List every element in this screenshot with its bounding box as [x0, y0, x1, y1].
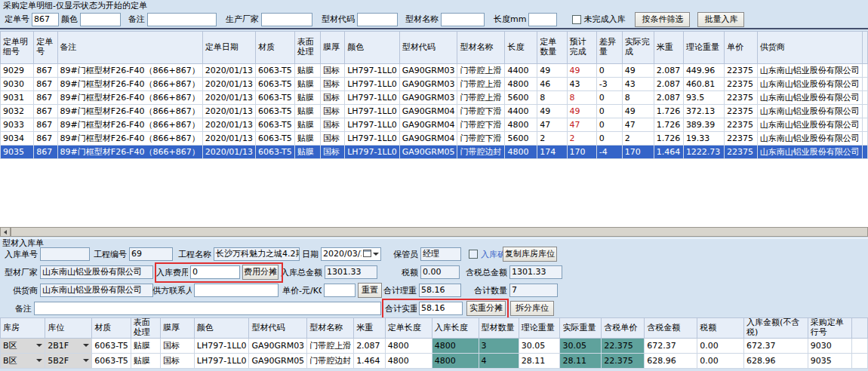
horizontal-scrollbar[interactable] [0, 227, 868, 237]
color-label: 颜色 [61, 14, 78, 25]
order-column-header[interactable]: 预计完成 [567, 32, 596, 64]
inbound-column-header[interactable]: 库位 [45, 318, 92, 339]
order-no-input[interactable] [32, 13, 59, 26]
inbound-column-header[interactable]: 定单长度 [385, 318, 432, 339]
project-name-field[interactable]: 长沙万科魅力之城4.2期 [214, 247, 300, 261]
receipt-no-field[interactable] [40, 247, 90, 261]
table-row[interactable]: 903486789#门框型材F26-F40（866+867）2020/01/13… [1, 132, 868, 146]
inbound-column-header[interactable]: 含税单价 [602, 318, 645, 339]
date-field[interactable]: 2020/03/31 [321, 247, 381, 261]
manufacturer-input[interactable] [261, 13, 312, 26]
inbound-column-header[interactable]: 入库长度 [432, 318, 479, 339]
remark-input[interactable] [147, 13, 217, 26]
order-column-header[interactable]: 定单日期 [202, 32, 255, 64]
table-row[interactable]: B区5B2F6063-T5贴膜国标LH797-1LL0GA90GRM05门带腔边… [1, 354, 868, 369]
table-row[interactable]: B区2B1F6063-T5贴膜国标LH797-1LL0GA90GRM03门带腔上… [1, 339, 868, 354]
inbound-column-header[interactable]: 库房 [1, 318, 45, 339]
fee-allocate-button[interactable]: 费用分摊 [242, 265, 279, 280]
table-row[interactable]: 903586789#门框型材F26-F40（866+867）2020/01/13… [1, 146, 868, 159]
inbound-column-header[interactable]: 颜色 [194, 318, 249, 339]
order-column-header[interactable]: 膜厚 [320, 32, 344, 64]
reset-button[interactable]: 重置 [358, 283, 382, 298]
filler-cell [862, 118, 867, 132]
inbound-fee-field[interactable]: 0 [190, 265, 240, 279]
profile-code-input[interactable] [357, 13, 398, 26]
length-input[interactable] [528, 13, 557, 26]
copy-warehouse-button[interactable]: 复制库房库位 [503, 247, 557, 262]
location-select[interactable]: 5B2F [45, 354, 92, 369]
cell: 2020/01/13 [202, 118, 255, 132]
tax-field[interactable]: 0.00 [420, 265, 460, 279]
order-detail-grid: 定单明细号定单号备注定单日期材质表面处理膜厚颜色型材代码型材名称长度定单数量预计… [0, 31, 868, 227]
inbound-column-header[interactable]: 含税金额 [645, 318, 697, 339]
inbound-column-header[interactable]: 型材名称 [307, 318, 354, 339]
inbound-column-header[interactable]: 膜厚 [161, 318, 195, 339]
order-column-header[interactable]: 供货商 [757, 32, 862, 64]
location-select[interactable]: 2B1F [45, 339, 92, 354]
order-column-header[interactable]: 型材名称 [457, 32, 505, 64]
inbound-column-header[interactable]: 理论重量 [519, 318, 560, 339]
inbound-column-header[interactable]: 米重 [354, 318, 386, 339]
inbound-column-header[interactable]: 入库金额(不含税) [743, 318, 808, 339]
batch-inbound-button[interactable]: 批量入库 [697, 12, 744, 27]
inbound-column-header[interactable]: 材质 [92, 318, 131, 339]
order-column-header[interactable]: 单价 [725, 32, 758, 64]
order-column-header[interactable]: 长度 [505, 32, 537, 64]
table-row[interactable]: 903386789#门框型材F26-F40（866+867）2020/01/13… [1, 118, 868, 132]
inbound-confirm-checkbox[interactable] [469, 250, 478, 259]
order-column-header[interactable]: 定单明细号 [1, 32, 34, 64]
warehouse-select[interactable]: B区 [1, 354, 45, 369]
remark-field[interactable] [34, 302, 381, 315]
total-actual-field[interactable]: 58.16 [419, 302, 463, 315]
table-row[interactable]: 902986789#门框型材F26-F40（866+867）2020/01/13… [1, 64, 868, 78]
chevron-down-icon[interactable] [373, 253, 379, 256]
supplier-contact-field[interactable] [194, 284, 279, 297]
inbound-column-header[interactable]: 型材数量 [479, 318, 519, 339]
cell: 0.00 [697, 354, 744, 369]
warehouse-select[interactable]: B区 [1, 339, 45, 354]
tax-total-field[interactable]: 1301.33 [509, 265, 562, 279]
profile-manufacturer-field[interactable]: 山东南山铝业股份有限公司 [40, 265, 153, 279]
order-column-header[interactable]: 定单号 [34, 32, 57, 64]
order-column-header[interactable]: 表面处理 [294, 32, 320, 64]
cell: 22375 [725, 146, 758, 159]
unit-price-field[interactable] [324, 284, 356, 297]
actual-allocate-button[interactable]: 实重分摊 [466, 301, 506, 316]
order-column-header[interactable]: 材质 [256, 32, 295, 64]
split-location-button[interactable]: 拆分库位 [510, 301, 554, 316]
order-column-header[interactable]: 颜色 [345, 32, 400, 64]
cell: 门带腔边封 [457, 146, 505, 159]
table-row[interactable]: 903086789#门框型材F26-F40（866+867）2020/01/13… [1, 78, 868, 91]
scroll-left-button[interactable] [0, 227, 11, 237]
total-qty-field[interactable]: 7 [509, 284, 558, 297]
total-theory-field[interactable]: 58.16 [419, 284, 461, 297]
unfinished-checkbox[interactable] [572, 15, 581, 24]
inbound-column-header[interactable]: 实际重量 [560, 318, 602, 339]
order-column-header[interactable]: 型材代码 [399, 32, 457, 64]
profile-name-input[interactable] [441, 13, 485, 26]
scrollbar-thumb[interactable] [11, 227, 868, 237]
cell: 4800 [505, 78, 537, 91]
inbound-total-field[interactable]: 1301.33 [325, 265, 377, 279]
color-input[interactable] [80, 13, 121, 26]
project-no-field[interactable]: 69 [129, 247, 173, 261]
inbound-column-header[interactable]: 表面处理 [131, 318, 160, 339]
inbound-column-header[interactable]: 税额 [697, 318, 744, 339]
order-column-header[interactable]: 实际完成 [622, 32, 654, 64]
order-column-header[interactable]: 米重 [654, 32, 683, 64]
table-row[interactable]: 903186789#门框型材F26-F40（866+867）2020/01/13… [1, 91, 868, 105]
cell: 6063-T5 [92, 339, 131, 354]
order-column-header[interactable]: 定单数量 [537, 32, 567, 64]
inbound-column-header[interactable]: 采购定单行号 [808, 318, 851, 339]
filter-by-condition-button[interactable]: 按条件筛选 [635, 12, 690, 27]
cell: 867 [34, 78, 57, 91]
cell: 6063-T5 [256, 91, 295, 105]
order-column-header[interactable]: 理论重量 [683, 32, 724, 64]
cell: 贴膜 [131, 354, 160, 369]
inbound-column-header[interactable]: 型材代码 [249, 318, 307, 339]
table-row[interactable]: 903286789#门框型材F26-F40（866+867）2020/01/13… [1, 105, 868, 118]
supplier-field[interactable]: 山东南山铝业股份有限公司 [40, 284, 153, 297]
keeper-field[interactable]: 经理 [420, 247, 461, 261]
order-column-header[interactable]: 备注 [57, 32, 202, 64]
order-column-header[interactable]: 差异量 [596, 32, 622, 64]
